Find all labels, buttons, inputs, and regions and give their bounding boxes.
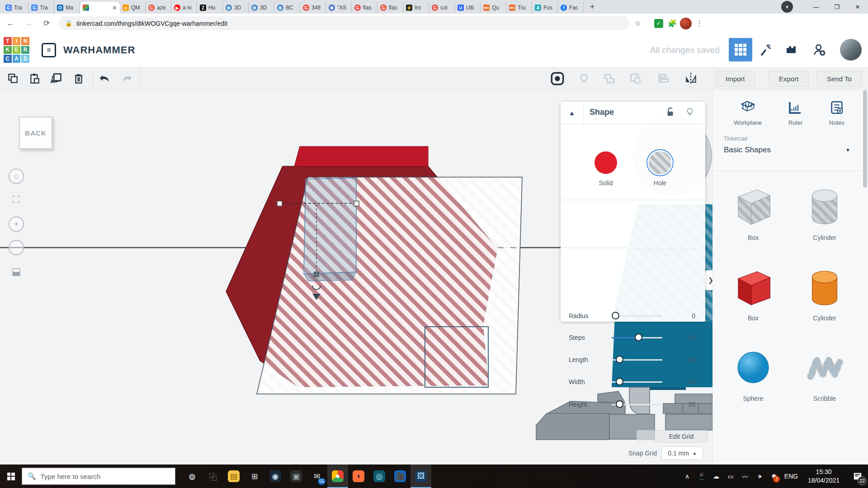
sidebar-tool-workplane[interactable]: Workplane <box>734 99 762 126</box>
tab-14[interactable]: Gflas <box>377 2 403 14</box>
tab-0[interactable]: GTra <box>3 2 28 14</box>
sidebar-collapse-handle[interactable]: ❯ <box>705 270 712 290</box>
tab-2[interactable]: OMa <box>54 2 80 14</box>
tab-18[interactable]: MGQu <box>481 2 506 14</box>
taskbar-app-store[interactable]: ⊞ <box>244 465 265 488</box>
zoom-out-icon[interactable]: − <box>9 240 24 255</box>
taskbar-app-photos[interactable]: 🖼 <box>410 465 431 488</box>
mirror-icon[interactable] <box>683 70 699 87</box>
tab-8[interactable]: ⚙3D <box>223 2 249 14</box>
new-tab-button[interactable]: + <box>586 1 598 13</box>
shape-item-scribble[interactable]: Scribble <box>789 340 860 402</box>
tab-20[interactable]: AFus <box>532 2 558 14</box>
design-title[interactable]: WARHAMMER <box>63 44 135 56</box>
taskbar-app-teal-app[interactable]: ◎ <box>369 465 390 488</box>
extension-check-icon[interactable]: ✓ <box>652 17 665 30</box>
tab-17[interactable]: UUlti <box>455 2 481 14</box>
ungroup-icon[interactable] <box>627 70 644 87</box>
tab-active-tinkercad[interactable]: ✕ <box>80 2 120 14</box>
taskbar-app-file-explorer[interactable]: ▤ <box>223 465 244 488</box>
scrollbar-thumb[interactable] <box>863 90 867 188</box>
scale-handle-right[interactable] <box>354 201 359 206</box>
lock-icon[interactable] <box>665 107 677 119</box>
dashboard-grid-button[interactable] <box>729 38 752 61</box>
profile-avatar[interactable] <box>679 17 693 30</box>
slider-knob[interactable] <box>616 356 623 363</box>
taskbar-clock[interactable]: 15:30 18/04/2021 <box>802 468 845 485</box>
slider-knob[interactable] <box>616 378 623 385</box>
shape-item-cyl-striped[interactable]: Cylinder <box>789 179 860 241</box>
action-center-icon[interactable]: 22 <box>847 465 868 488</box>
duplicate-icon[interactable] <box>48 70 64 87</box>
view-cube[interactable]: BACK <box>19 117 52 149</box>
send-to-button[interactable]: Send To <box>816 71 862 87</box>
tray-volume[interactable]: 🕩 <box>753 465 766 488</box>
undo-icon[interactable] <box>97 70 113 87</box>
tab-close-icon[interactable]: ✕ <box>112 5 117 11</box>
maximize-button[interactable]: ❐ <box>826 0 847 14</box>
tab-7[interactable]: ZHo <box>197 2 223 14</box>
selected-hole-box[interactable] <box>304 178 356 274</box>
user-avatar[interactable] <box>840 39 862 61</box>
shape-category-dropdown[interactable]: Tinkercad Basic Shapes ▼ <box>724 136 850 155</box>
tab-11[interactable]: G349 <box>300 2 326 14</box>
sidebar-scrollbar[interactable] <box>863 90 867 465</box>
visibility-bulb-icon[interactable] <box>685 107 697 119</box>
media-controls-button[interactable]: ▾ <box>781 1 793 13</box>
align-icon[interactable] <box>656 70 672 87</box>
height-handle[interactable] <box>314 272 319 277</box>
taskbar-app-task-view[interactable]: ⿻ <box>203 465 223 488</box>
import-button[interactable]: Import <box>715 71 755 87</box>
show-all-icon[interactable] <box>549 70 566 87</box>
tab-21[interactable]: fFac <box>558 2 584 14</box>
sidebar-tool-ruler[interactable]: Ruler <box>787 99 803 126</box>
back-icon[interactable]: ← <box>3 16 18 31</box>
export-button[interactable]: Export <box>769 71 809 87</box>
tray-phone[interactable]: 📱 <box>695 465 708 488</box>
tray-wifi[interactable]: 〰 <box>739 465 751 488</box>
slider-knob[interactable] <box>616 400 623 408</box>
slider-knob[interactable] <box>635 333 642 341</box>
browser-menu-icon[interactable]: ⋮ <box>693 17 706 30</box>
taskbar-app-chrome[interactable]: ● <box>327 465 348 488</box>
tab-15[interactable]: ⚡Iro <box>403 2 429 14</box>
paste-icon[interactable] <box>26 70 42 87</box>
taskbar-app-app-dark[interactable]: ▣ <box>286 465 307 488</box>
lego-brick-icon[interactable] <box>779 38 803 61</box>
redo-icon[interactable] <box>118 70 135 87</box>
panel-collapse-icon[interactable]: ▲ <box>561 102 584 124</box>
taskbar-search[interactable]: 🔍 Type here to search <box>22 468 175 485</box>
slider-knob[interactable] <box>612 312 619 319</box>
properties-icon[interactable]: ≡ <box>42 43 56 57</box>
language-indicator[interactable]: ENG <box>782 473 800 480</box>
perspective-icon[interactable]: ⬓ <box>9 264 24 279</box>
copy-icon[interactable] <box>5 70 21 87</box>
extensions-puzzle-icon[interactable]: 🧩 <box>665 17 679 30</box>
tab-10[interactable]: ⚙BC <box>274 2 300 14</box>
shape-item-box-red[interactable]: Box <box>717 259 789 322</box>
solid-material-button[interactable]: Solid <box>591 151 620 187</box>
tinkercad-logo[interactable]: TINKERCAD <box>4 37 29 63</box>
taskbar-app-cortana[interactable]: ◍ <box>182 465 203 488</box>
zoom-in-icon[interactable]: + <box>9 216 24 232</box>
taskbar-app-steam[interactable]: ◉ <box>265 465 286 488</box>
add-person-icon[interactable] <box>807 38 831 61</box>
start-button[interactable] <box>0 465 22 488</box>
tray-hidden-icons[interactable]: ∧ <box>681 465 693 488</box>
tab-9[interactable]: ⚙3D <box>249 2 274 14</box>
tray-truekey[interactable]: ✱3 <box>768 465 780 488</box>
shape-item-sphere[interactable]: Sphere <box>717 340 789 402</box>
reload-icon[interactable]: ⟳ <box>39 16 54 31</box>
scale-handle-left[interactable] <box>277 201 282 206</box>
tab-5[interactable]: Gaze <box>146 2 171 14</box>
shape-item-box-striped[interactable]: Box <box>717 179 789 241</box>
tab-4[interactable]: aQM <box>120 2 146 14</box>
close-button[interactable]: ✕ <box>847 0 868 14</box>
tray-onedrive[interactable]: ☁ <box>710 465 722 488</box>
delete-icon[interactable] <box>71 70 87 87</box>
lightbulb-icon[interactable] <box>576 70 592 87</box>
minecraft-pickaxe-icon[interactable] <box>754 38 778 61</box>
taskbar-app-mail[interactable]: ✉55 <box>307 465 327 488</box>
sidebar-tool-notes[interactable]: Notes <box>829 99 844 126</box>
tab-19[interactable]: MGTru <box>506 2 532 14</box>
